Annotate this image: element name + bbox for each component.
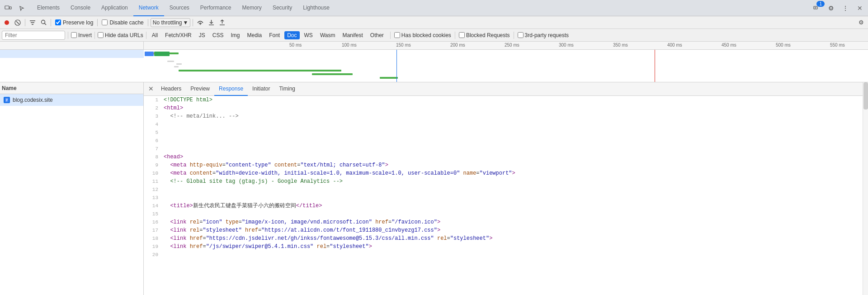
throttle-dropdown[interactable]: No throttling ▼ <box>151 18 191 27</box>
devtools-tab-bar: Elements Console Application Network Sou… <box>0 0 868 16</box>
req-bar-green <box>154 52 170 56</box>
timeline-area: 50 ms 100 ms 150 ms 200 ms 250 ms 300 ms… <box>0 42 868 82</box>
ruler-tick-100ms: 100 ms <box>342 43 357 48</box>
detail-scrollbar[interactable] <box>863 82 868 295</box>
waterfall-bar-download-3 <box>380 77 398 79</box>
code-line-18: 18 <link href="https://cdn.jsdelivr.net/… <box>144 234 863 243</box>
tab-lighthouse[interactable]: Lighthouse <box>297 0 335 16</box>
svg-rect-0 <box>5 6 9 9</box>
code-line-19: 19 <link href="/js/swiper/swiper@5.4.1.m… <box>144 243 863 251</box>
request-list: Name blog.codesix.site <box>0 82 144 295</box>
filter-separator-5 <box>455 32 455 39</box>
req-bar-blue <box>145 52 154 56</box>
filter-type-media[interactable]: Media <box>244 31 264 39</box>
ruler-tick-350ms: 350 ms <box>613 43 628 48</box>
toolbar-separator-5 <box>193 19 193 26</box>
filter-type-all[interactable]: All <box>149 31 160 39</box>
code-line-5: 5 <box>144 128 863 137</box>
request-doc-icon <box>4 97 10 103</box>
detail-tab-headers[interactable]: Headers <box>156 82 186 96</box>
svg-line-7 <box>16 21 19 24</box>
filter-type-doc[interactable]: Doc <box>284 31 299 39</box>
svg-rect-1 <box>9 7 11 9</box>
tab-sources[interactable]: Sources <box>164 0 195 16</box>
blocked-requests-checkbox[interactable]: Blocked Requests <box>459 32 510 38</box>
detail-panel: ✕ Headers Preview Response Initiator Tim… <box>144 82 863 295</box>
export-button[interactable] <box>217 18 227 28</box>
tab-elements[interactable]: Elements <box>32 0 65 16</box>
detail-tabs: ✕ Headers Preview Response Initiator Tim… <box>144 82 863 96</box>
detail-tab-preview[interactable]: Preview <box>186 82 214 96</box>
request-item-blog[interactable]: blog.codesix.site <box>0 94 143 106</box>
import-button[interactable] <box>206 18 216 28</box>
waterfall-bar-download-1 <box>179 70 341 71</box>
timeline-waterfall[interactable] <box>0 50 868 82</box>
response-code-viewer[interactable]: 1 <!DOCTYPE html> 2 <html> 3 <!-- meta/l… <box>144 96 863 295</box>
dom-content-loaded-line <box>396 50 397 82</box>
load-line <box>655 50 655 82</box>
detail-scrollbar-thumb[interactable] <box>863 82 868 109</box>
ruler-tick-450ms: 450 ms <box>722 43 736 48</box>
filter-type-img[interactable]: Img <box>228 31 242 39</box>
filter-separator-3 <box>146 32 146 39</box>
settings-button[interactable]: ⚙ <box>825 2 837 14</box>
filter-button[interactable] <box>28 18 38 28</box>
svg-point-11 <box>41 20 45 24</box>
code-line-16: 16 <link rel="icon" type="image/x-icon, … <box>144 218 863 226</box>
filter-type-other[interactable]: Other <box>368 31 387 39</box>
waterfall-bar-4 <box>174 66 179 67</box>
search-button[interactable] <box>38 18 48 28</box>
has-blocked-cookies-checkbox[interactable]: Has blocked cookies <box>394 32 451 38</box>
filter-type-wasm[interactable]: Wasm <box>317 31 338 39</box>
code-line-13: 13 <box>144 194 863 202</box>
code-line-11: 11 <!-- Global site tag (gtag.js) - Goog… <box>144 177 863 186</box>
filter-type-js[interactable]: JS <box>196 31 208 39</box>
notification-badge[interactable]: 1 <box>810 2 823 14</box>
detail-tab-close[interactable]: ✕ <box>146 82 156 96</box>
toolbar-settings-button[interactable]: ⚙ <box>856 18 866 28</box>
filter-type-manifest[interactable]: Manifest <box>340 31 365 39</box>
detail-tab-response[interactable]: Response <box>214 82 248 96</box>
code-line-2: 2 <html> <box>144 104 863 112</box>
tab-application[interactable]: Application <box>96 0 133 16</box>
code-line-1: 1 <!DOCTYPE html> <box>144 96 863 104</box>
ruler-tick-150ms: 150 ms <box>396 43 411 48</box>
filter-type-ws[interactable]: WS <box>302 31 316 39</box>
code-line-4: 4 <box>144 120 863 128</box>
filter-type-fetch[interactable]: Fetch/XHR <box>162 31 194 39</box>
code-line-3: 3 <!-- meta/link... --> <box>144 112 863 120</box>
tab-console[interactable]: Console <box>65 0 96 16</box>
request-list-header: Name <box>0 82 143 94</box>
close-button[interactable]: ✕ <box>854 2 866 14</box>
ruler-tick-550ms: 550 ms <box>830 43 845 48</box>
record-button[interactable] <box>2 18 12 28</box>
detail-tab-initiator[interactable]: Initiator <box>248 82 274 96</box>
invert-checkbox[interactable]: Invert <box>71 32 92 38</box>
svg-line-12 <box>44 24 46 25</box>
device-toolbar-button[interactable] <box>2 2 14 14</box>
filter-input[interactable] <box>2 31 65 40</box>
filter-separator-1 <box>68 32 68 39</box>
preserve-log-checkbox[interactable]: Preserve log <box>53 19 95 26</box>
more-button[interactable]: ⋮ <box>839 2 852 14</box>
filter-separator-2 <box>94 32 95 39</box>
clear-button[interactable] <box>13 18 23 28</box>
devtools-right-actions: 1 ⚙ ⋮ ✕ <box>810 2 866 14</box>
filter-type-css[interactable]: CSS <box>210 31 226 39</box>
code-line-10: 10 <meta content="width=device-width, in… <box>144 169 863 177</box>
element-picker-button[interactable] <box>15 2 28 14</box>
tab-performance[interactable]: Performance <box>195 0 237 16</box>
detail-tab-timing[interactable]: Timing <box>274 82 300 96</box>
filter-type-font[interactable]: Font <box>266 31 283 39</box>
disable-cache-checkbox[interactable]: Disable cache <box>100 19 145 26</box>
ruler-tick-300ms: 300 ms <box>559 43 574 48</box>
code-line-12: 12 <box>144 186 863 194</box>
code-line-14: 14 <title>新生代农民工键盘手菜猫子小六的搬砖空间</title> <box>144 202 863 210</box>
code-line-15: 15 <box>144 210 863 218</box>
tab-memory[interactable]: Memory <box>237 0 267 16</box>
tab-security[interactable]: Security <box>267 0 297 16</box>
tab-network[interactable]: Network <box>133 0 164 16</box>
network-conditions-button[interactable] <box>195 18 205 28</box>
third-party-checkbox[interactable]: 3rd-party requests <box>518 32 569 38</box>
hide-data-urls-checkbox[interactable]: Hide data URLs <box>98 32 143 38</box>
